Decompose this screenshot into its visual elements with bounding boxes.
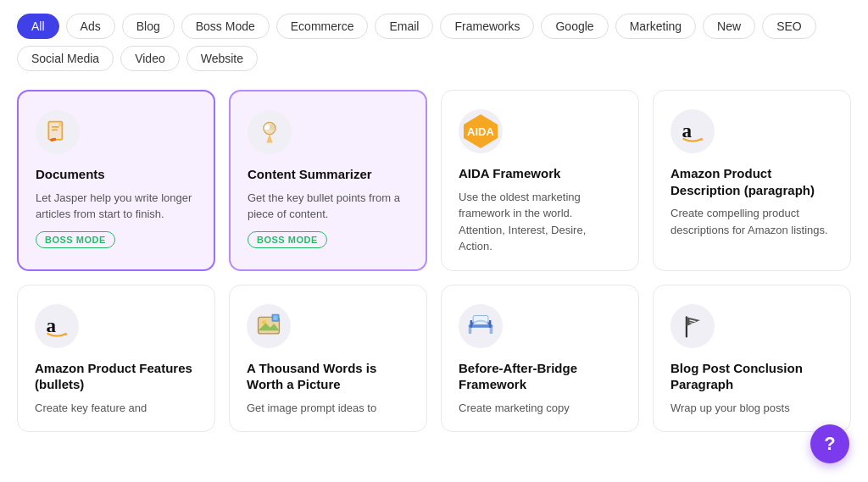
card-icon-content-summarizer [248, 110, 292, 154]
card-documents[interactable]: Documents Let Jasper help you write long… [17, 90, 215, 271]
card-desc-content-summarizer: Get the key bullet points from a piece o… [248, 190, 409, 223]
cards-grid: Documents Let Jasper help you write long… [0, 80, 868, 446]
card-icon-amazon-product-desc: a [670, 109, 715, 153]
card-title-blog-post-conclusion: Blog Post Conclusion Paragraph [670, 360, 833, 393]
svg-marker-9 [266, 134, 272, 143]
card-content-summarizer[interactable]: Content Summarizer Get the key bullet po… [229, 90, 427, 271]
svg-rect-2 [52, 126, 59, 128]
card-aida-framework[interactable]: AIDA AIDA Framework Use the oldest marke… [441, 90, 639, 271]
card-icon-thousand-words [247, 304, 291, 348]
card-desc-thousand-words: Get image prompt ideas to [247, 400, 409, 417]
filter-chip-video[interactable]: Video [120, 46, 180, 71]
card-icon-blog-post-conclusion [670, 304, 715, 348]
filter-chip-new[interactable]: New [703, 14, 755, 39]
svg-rect-21 [273, 315, 277, 319]
boss-mode-badge-content-summarizer: BOSS MODE [248, 231, 327, 248]
boss-mode-badge-documents: BOSS MODE [36, 231, 115, 248]
filter-chip-ecommerce[interactable]: Ecommerce [276, 14, 369, 39]
filter-chip-blog[interactable]: Blog [122, 14, 175, 39]
card-title-documents: Documents [36, 166, 197, 183]
card-icon-aida-framework: AIDA [459, 109, 503, 153]
svg-rect-26 [490, 327, 493, 333]
filter-chip-boss-mode[interactable]: Boss Mode [181, 14, 270, 39]
card-desc-documents: Let Jasper help you write longer article… [36, 190, 197, 223]
card-desc-before-after-bridge: Create marketing copy [459, 400, 621, 417]
filter-chip-social-media[interactable]: Social Media [17, 46, 114, 71]
card-title-before-after-bridge: Before-After-Bridge Framework [459, 360, 621, 393]
card-amazon-product-features[interactable]: a Amazon Product Features (bullets) Crea… [17, 285, 215, 433]
filter-bar: AllAdsBlogBoss ModeEcommerceEmailFramewo… [0, 0, 868, 80]
card-title-thousand-words: A Thousand Words is Worth a Picture [247, 360, 409, 393]
filter-chip-marketing[interactable]: Marketing [615, 14, 696, 39]
svg-rect-25 [469, 327, 472, 333]
filter-chip-ads[interactable]: Ads [66, 14, 115, 39]
filter-chip-seo[interactable]: SEO [762, 14, 816, 39]
card-amazon-product-desc[interactable]: a Amazon Product Description (paragraph)… [653, 90, 851, 271]
card-title-content-summarizer: Content Summarizer [248, 166, 409, 183]
card-desc-aida-framework: Use the oldest marketing framework in th… [459, 189, 621, 255]
filter-chip-email[interactable]: Email [375, 14, 433, 39]
card-desc-amazon-product-features: Create key feature and [35, 400, 198, 417]
card-title-amazon-product-features: Amazon Product Features (bullets) [35, 360, 198, 393]
card-desc-blog-post-conclusion: Wrap up your blog posts [670, 400, 833, 417]
svg-text:AIDA: AIDA [467, 125, 494, 138]
help-button[interactable]: ? [810, 424, 849, 463]
card-thousand-words[interactable]: A Thousand Words is Worth a Picture Get … [229, 285, 427, 433]
filter-chip-google[interactable]: Google [541, 14, 608, 39]
card-blog-post-conclusion[interactable]: Blog Post Conclusion Paragraph Wrap up y… [653, 285, 851, 433]
filter-chip-website[interactable]: Website [186, 46, 258, 71]
card-desc-amazon-product-desc: Create compelling product descriptions f… [670, 205, 833, 238]
filter-chip-all[interactable]: All [17, 14, 59, 39]
card-icon-documents [36, 110, 80, 154]
svg-rect-27 [473, 315, 488, 324]
card-before-after-bridge[interactable]: Before-After-Bridge Framework Create mar… [441, 285, 639, 433]
filter-chip-frameworks[interactable]: Frameworks [440, 14, 534, 39]
svg-rect-3 [52, 129, 58, 130]
card-title-amazon-product-desc: Amazon Product Description (paragraph) [670, 165, 833, 198]
card-title-aida-framework: AIDA Framework [459, 165, 621, 182]
card-icon-before-after-bridge [459, 304, 503, 348]
card-icon-amazon-product-features: a [35, 304, 79, 348]
